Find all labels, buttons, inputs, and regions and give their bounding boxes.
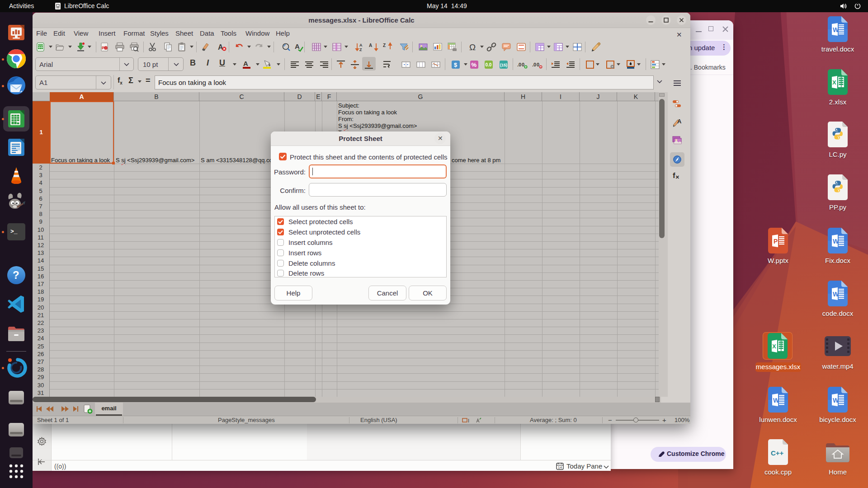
svg-text:0: 0 [522,62,524,67]
svg-text:%: % [472,61,477,68]
svg-text:A: A [218,43,223,51]
svg-text:0.0: 0.0 [486,62,492,67]
svg-text:(15): (15) [500,63,507,67]
svg-text:A: A [359,43,363,47]
svg-text:.0: .0 [517,62,521,67]
svg-text:A: A [369,43,372,48]
svg-text:>_: >_ [10,228,18,235]
svg-text:A: A [243,60,248,67]
svg-text:A: A [677,118,682,125]
svg-text:0: 0 [537,62,539,67]
svg-text:?: ? [13,269,19,281]
svg-text:A: A [295,42,300,50]
svg-text:14: 14 [558,465,562,469]
svg-text:Ω: Ω [469,42,476,52]
svg-text:Z: Z [383,43,386,48]
svg-text:$: $ [454,61,458,68]
svg-text:.0: .0 [532,62,536,67]
svg-text:I: I [468,418,469,423]
svg-text:Z: Z [359,47,362,52]
